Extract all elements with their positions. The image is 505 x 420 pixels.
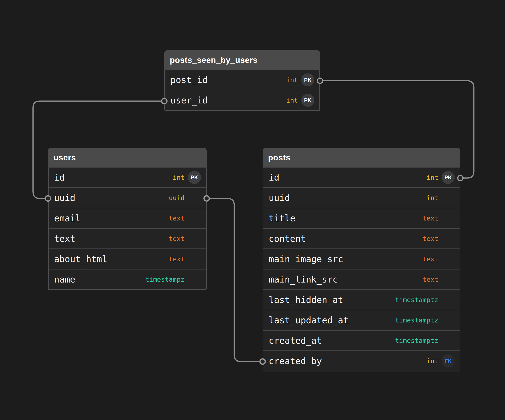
field-type: timestamptz [395, 316, 438, 324]
field-type: timestamptz [395, 337, 438, 344]
field-name: name [54, 274, 145, 285]
badge-slot-empty [188, 253, 201, 266]
field-name: post_id [170, 75, 286, 85]
field-row-user-id[interactable]: user_id int PK [165, 90, 319, 110]
badge-slot-empty [442, 232, 455, 245]
table-title: users [53, 153, 76, 162]
badge-slot-empty [442, 212, 455, 225]
field-name: last_hidden_at [269, 295, 395, 305]
field-row-title[interactable]: title text [263, 208, 460, 228]
table-rows: post_id int PK user_id int PK [164, 70, 320, 111]
field-name: last_updated_at [269, 315, 395, 325]
field-row-email[interactable]: email text [49, 208, 206, 228]
table-header[interactable]: posts_seen_by_users [164, 50, 320, 70]
field-name: text [54, 234, 169, 244]
field-row-created-by[interactable]: created_by int FK [263, 350, 460, 371]
field-name: id [269, 172, 427, 183]
badge-slot-empty [442, 273, 455, 286]
field-type: int [427, 357, 438, 365]
field-row-main-image-src[interactable]: main_image_src text [263, 248, 460, 269]
table-rows: id int PK uuid uuid email text text text… [48, 167, 207, 290]
relationship-line-users-uuid-to-posts-created-by[interactable] [207, 198, 263, 362]
field-type: timestamptz [395, 296, 438, 303]
table-header[interactable]: posts [263, 148, 460, 167]
badge-slot-empty [188, 232, 201, 245]
pk-badge: PK [188, 171, 201, 184]
field-name: uuid [269, 193, 427, 203]
field-name: email [54, 213, 169, 223]
field-row-text[interactable]: text text [49, 228, 206, 248]
field-type: int [427, 194, 438, 202]
field-row-post-id[interactable]: post_id int PK [165, 70, 319, 90]
field-row-last-updated-at[interactable]: last_updated_at timestamptz [263, 310, 460, 330]
table-title: posts [268, 153, 290, 162]
diagram-canvas[interactable]: posts_seen_by_users post_id int PK user_… [0, 0, 505, 420]
field-type: text [423, 214, 438, 222]
field-name: title [269, 213, 423, 223]
field-name: about_html [54, 254, 169, 264]
field-name: main_image_src [269, 254, 423, 264]
table-rows: id int PK uuid int title text content te… [263, 167, 460, 371]
badge-slot-empty [442, 191, 455, 204]
field-type: text [423, 255, 438, 263]
field-type: uuid [169, 194, 184, 202]
field-type: int [286, 97, 298, 104]
field-row-id[interactable]: id int PK [263, 167, 460, 187]
table-header[interactable]: users [48, 148, 207, 167]
field-row-uuid[interactable]: uuid int [263, 187, 460, 208]
pk-badge: PK [442, 171, 455, 184]
field-type: int [427, 174, 438, 181]
field-type: text [169, 235, 184, 242]
field-name: content [269, 234, 423, 244]
field-type: int [173, 174, 184, 181]
badge-slot-empty [442, 293, 455, 306]
table-title: posts_seen_by_users [170, 56, 258, 65]
table-posts-seen-by-users[interactable]: posts_seen_by_users post_id int PK user_… [164, 50, 320, 111]
pk-badge: PK [301, 94, 314, 107]
field-name: user_id [170, 95, 286, 105]
field-type: text [169, 214, 184, 222]
table-users[interactable]: users id int PK uuid uuid email text tex… [48, 148, 207, 290]
field-row-main-link-src[interactable]: main_link_src text [263, 269, 460, 289]
field-row-last-hidden-at[interactable]: last_hidden_at timestamptz [263, 289, 460, 310]
badge-slot-empty [442, 253, 455, 266]
fk-badge: FK [442, 354, 455, 367]
field-row-about-html[interactable]: about_html text [49, 248, 206, 269]
field-type: text [423, 276, 438, 283]
pk-badge: PK [301, 73, 314, 86]
field-name: created_at [269, 335, 395, 346]
badge-slot-empty [442, 334, 455, 347]
badge-slot-empty [188, 212, 201, 225]
badge-slot-empty [188, 273, 201, 286]
field-name: main_link_src [269, 274, 423, 285]
field-row-id[interactable]: id int PK [49, 167, 206, 187]
field-name: uuid [54, 193, 169, 203]
field-type: text [423, 235, 438, 242]
table-posts[interactable]: posts id int PK uuid int title text cont… [263, 148, 460, 371]
field-type: int [286, 76, 298, 84]
field-row-created-at[interactable]: created_at timestamptz [263, 330, 460, 350]
field-row-content[interactable]: content text [263, 228, 460, 248]
field-name: id [54, 172, 173, 183]
field-name: created_by [269, 356, 427, 366]
badge-slot-empty [442, 314, 455, 327]
badge-slot-empty [188, 191, 201, 204]
field-type: text [169, 255, 184, 263]
field-row-name[interactable]: name timestampz [49, 269, 206, 289]
field-type: timestampz [145, 276, 184, 283]
field-row-uuid[interactable]: uuid uuid [49, 187, 206, 208]
